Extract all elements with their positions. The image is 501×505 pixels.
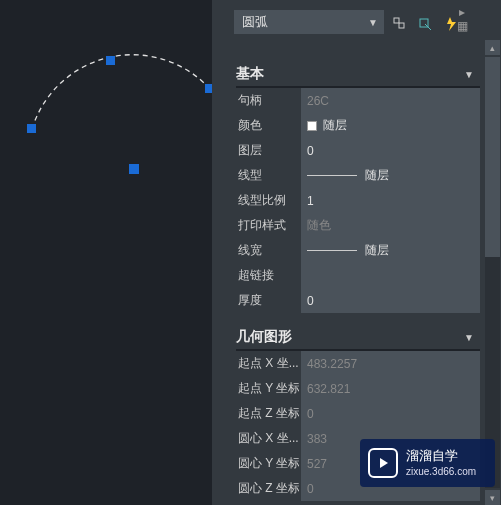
prop-label: 圆心 Y 坐标 — [236, 451, 299, 476]
watermark-brand: 溜溜自学 — [406, 448, 476, 465]
watermark-url: zixue.3d66.com — [406, 465, 476, 478]
grip-mid[interactable] — [106, 56, 115, 65]
prop-value[interactable]: 随层 — [301, 113, 480, 138]
prop-value[interactable]: 0 — [301, 401, 480, 426]
prop-label: 起点 Z 坐标 — [236, 401, 299, 426]
section-title: 基本 — [236, 65, 264, 83]
prop-value: 26C — [301, 88, 480, 113]
line-swatch-icon — [307, 250, 357, 251]
section-title: 几何图形 — [236, 328, 292, 346]
prop-label: 线型比例 — [236, 188, 299, 213]
prop-row-plotstyle[interactable]: 打印样式 随色 — [236, 213, 480, 238]
prop-value[interactable]: 632.821 — [301, 376, 480, 401]
collapse-icon: ▼ — [464, 69, 474, 80]
quick-select-icon[interactable] — [416, 14, 436, 34]
prop-label: 厚度 — [236, 288, 299, 313]
prop-row-start-y[interactable]: 起点 Y 坐标 632.821 — [236, 376, 480, 401]
toggle-pick-icon[interactable] — [390, 14, 410, 34]
prop-value[interactable] — [301, 263, 480, 288]
scroll-down-icon[interactable]: ▾ — [485, 490, 500, 505]
prop-label: 圆心 X 坐... — [236, 426, 299, 451]
grip-center[interactable] — [129, 164, 139, 174]
prop-label: 圆心 Z 坐标 — [236, 476, 299, 501]
prop-label: 起点 X 坐... — [236, 351, 299, 376]
prop-value: 随色 — [301, 213, 480, 238]
prop-row-start-z[interactable]: 起点 Z 坐标 0 — [236, 401, 480, 426]
section-geom-header[interactable]: 几何图形 ▼ — [236, 325, 480, 351]
svg-rect-0 — [394, 18, 399, 23]
prop-row-layer[interactable]: 图层 0 — [236, 138, 480, 163]
prop-row-thickness[interactable]: 厚度 0 — [236, 288, 480, 313]
grip-start[interactable] — [27, 124, 36, 133]
prop-label: 句柄 — [236, 88, 299, 113]
scroll-up-icon[interactable]: ▴ — [485, 40, 500, 55]
line-swatch-icon — [307, 175, 357, 176]
prop-row-color[interactable]: 颜色 随层 — [236, 113, 480, 138]
object-type-selector[interactable]: 圆弧 ▼ — [234, 10, 384, 34]
prop-row-handle: 句柄 26C — [236, 88, 480, 113]
prop-value[interactable]: 0 — [301, 288, 480, 313]
drawing-canvas[interactable] — [0, 0, 224, 505]
prop-label: 起点 Y 坐标 — [236, 376, 299, 401]
scrollbar[interactable]: ▴ ▾ — [484, 36, 501, 505]
watermark: 溜溜自学 zixue.3d66.com — [360, 439, 495, 487]
prop-row-hyperlink[interactable]: 超链接 — [236, 263, 480, 288]
color-swatch-icon — [307, 121, 317, 131]
section-basic-header[interactable]: 基本 ▼ — [236, 62, 480, 88]
prop-row-ltscale[interactable]: 线型比例 1 — [236, 188, 480, 213]
chevron-down-icon: ▼ — [368, 17, 378, 28]
prop-label: 图层 — [236, 138, 299, 163]
panel-options-icon[interactable]: ▦ — [457, 20, 468, 32]
prop-label: 打印样式 — [236, 213, 299, 238]
prop-label: 超链接 — [236, 263, 299, 288]
prop-label: 线型 — [236, 163, 299, 188]
prop-value[interactable]: 1 — [301, 188, 480, 213]
selector-label: 圆弧 — [242, 13, 268, 31]
prop-row-lineweight[interactable]: 线宽 随层 — [236, 238, 480, 263]
svg-rect-1 — [399, 23, 404, 28]
prop-value[interactable]: 随层 — [301, 163, 480, 188]
prop-label: 颜色 — [236, 113, 299, 138]
collapse-icon: ▼ — [464, 332, 474, 343]
grip-end[interactable] — [205, 84, 214, 93]
play-icon — [368, 448, 398, 478]
prop-value[interactable]: 随层 — [301, 238, 480, 263]
prop-row-start-x[interactable]: 起点 X 坐... 483.2257 — [236, 351, 480, 376]
prop-value[interactable]: 0 — [301, 138, 480, 163]
prop-label: 线宽 — [236, 238, 299, 263]
prop-value[interactable]: 483.2257 — [301, 351, 480, 376]
panel-menu-icon[interactable]: ▸ — [459, 6, 465, 18]
properties-panel: ▸ ▦ 圆弧 ▼ 基本 ▼ — [224, 0, 501, 505]
arc-shape — [0, 0, 224, 200]
prop-row-linetype[interactable]: 线型 随层 — [236, 163, 480, 188]
scroll-thumb[interactable] — [485, 57, 500, 257]
scroll-track[interactable] — [485, 57, 500, 488]
